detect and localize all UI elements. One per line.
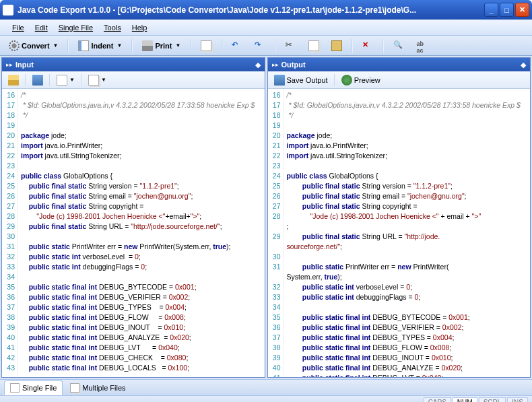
status-ins: INS (507, 397, 528, 402)
status-caps: CAPS (424, 397, 451, 402)
tab-multiple-files[interactable]: Multiple Files (64, 380, 131, 395)
indent-label: Indent (91, 42, 113, 50)
window-controls: _ □ ✕ (484, 3, 529, 17)
menu-tools[interactable]: Tools (98, 22, 127, 33)
indent-button[interactable]: Indent ▼ (73, 38, 127, 54)
convert-button[interactable]: Convert ▼ (4, 38, 63, 54)
output-panel-title: Output (281, 61, 521, 69)
save-icon (274, 75, 285, 86)
toolbar-separator (131, 39, 133, 53)
status-scrl: SCRL (479, 397, 506, 402)
dropdown-arrow-icon: ▼ (69, 77, 75, 83)
tab-multiple-label: Multiple Files (82, 384, 125, 392)
options-button[interactable]: ▼ (85, 73, 110, 88)
toolbar-separator (190, 39, 191, 53)
panel-separator (334, 74, 335, 86)
undo-button[interactable]: ↶ (227, 38, 247, 54)
replace-button[interactable]: abac (411, 38, 432, 54)
paste-icon (331, 40, 342, 51)
menu-edit[interactable]: Edit (30, 22, 53, 33)
output-panel: ▸▸ Output ◆ Save Output Preview 16 17 18… (267, 57, 531, 378)
bottom-tabs: Single File Multiple Files (0, 379, 532, 395)
panel-separator (81, 74, 82, 86)
status-num: NUM (453, 397, 477, 402)
output-editor[interactable]: 16 17 18 19 20 21 22 23 24 25 26 27 28 2… (268, 89, 531, 377)
cut-button[interactable]: ✂ (281, 38, 301, 54)
output-panel-toolbar: Save Output Preview (268, 71, 531, 89)
menu-file[interactable]: File (7, 22, 30, 33)
collapse-arrow-icon[interactable]: ▸▸ (6, 61, 13, 68)
main-area: ▸▸ Input ◆ ▼ ▼ 16 17 18 19 20 21 22 23 2… (0, 56, 532, 379)
pin-icon[interactable]: ◆ (521, 61, 526, 69)
print-label: Print (155, 42, 172, 50)
toolbar-separator (352, 39, 353, 53)
replace-icon: abac (416, 40, 427, 51)
input-editor[interactable]: 16 17 18 19 20 21 22 23 24 25 26 27 28 2… (2, 89, 265, 377)
preview-button[interactable]: Preview (338, 73, 384, 88)
statusbar: CAPS NUM SCRL INS (0, 395, 532, 402)
redo-button[interactable]: ↷ (250, 38, 270, 54)
input-panel-title: Input (15, 61, 255, 69)
panel-separator (25, 74, 26, 86)
toolbar-separator (383, 39, 384, 53)
input-panel-header: ▸▸ Input ◆ (2, 58, 265, 71)
toolbar-separator (221, 39, 222, 53)
collapse-arrow-icon[interactable]: ▸▸ (272, 61, 279, 68)
preview-label: Preview (354, 76, 380, 84)
save-output-label: Save Output (287, 76, 328, 84)
undo-icon: ↶ (232, 40, 242, 51)
delete-button[interactable]: ✕ (358, 38, 378, 54)
output-gutter: 16 17 18 19 20 21 22 23 24 25 26 27 28 2… (268, 89, 284, 377)
save-icon (32, 75, 43, 86)
menubar: File Edit Single File Tools Help (0, 20, 532, 36)
input-code[interactable]: /* * $Id: GlobalOptions.java.in,v 4.3.2.… (18, 89, 265, 377)
copy-icon (201, 40, 211, 51)
minimize-button[interactable]: _ (484, 3, 498, 17)
output-code[interactable]: /* * $Id: GlobalOptions.java.in,v 4.3.2.… (284, 89, 531, 377)
indent-icon (78, 40, 89, 51)
save-output-button[interactable]: Save Output (271, 73, 331, 88)
open-button[interactable] (5, 73, 22, 88)
print-icon (142, 40, 153, 51)
delete-icon: ✕ (362, 40, 373, 51)
find-button[interactable]: 🔍 (389, 38, 409, 54)
main-toolbar: Convert ▼ Indent ▼ Print ▼ ↶ ↷ ✂ ✕ 🔍 aba… (0, 36, 532, 56)
dropdown-arrow-icon: ▼ (117, 42, 122, 48)
copy-icon (308, 40, 319, 51)
save-button[interactable] (29, 73, 46, 88)
input-gutter: 16 17 18 19 20 21 22 23 24 25 26 27 28 2… (2, 89, 18, 377)
cut-icon: ✂ (286, 40, 296, 51)
dropdown-arrow-icon: ▼ (53, 42, 59, 48)
window-title: Java Code Export v1.0.0 - [G:\Projects\C… (18, 5, 484, 15)
tab-single-file[interactable]: Single File (4, 380, 63, 395)
paste-button[interactable] (327, 38, 347, 54)
titlebar: Java Code Export v1.0.0 - [G:\Projects\C… (0, 0, 532, 20)
tab-single-label: Single File (22, 384, 57, 392)
new-icon (57, 75, 67, 86)
menu-help[interactable]: Help (127, 22, 153, 33)
panel-separator (49, 74, 51, 86)
open-icon (8, 75, 19, 86)
gear-icon (9, 40, 20, 51)
toolbar-separator (275, 39, 276, 53)
input-panel: ▸▸ Input ◆ ▼ ▼ 16 17 18 19 20 21 22 23 2… (1, 57, 265, 378)
pin-icon[interactable]: ◆ (255, 61, 261, 69)
dropdown-arrow-icon: ▼ (101, 77, 106, 83)
copy2-button[interactable] (304, 38, 324, 54)
input-panel-toolbar: ▼ ▼ (2, 71, 265, 89)
options-icon (88, 75, 99, 86)
files-icon (70, 383, 79, 393)
menu-single-file[interactable]: Single File (53, 22, 98, 33)
new-button[interactable]: ▼ (53, 73, 78, 88)
maximize-button[interactable]: □ (500, 3, 514, 17)
redo-icon: ↷ (255, 40, 265, 51)
convert-label: Convert (22, 42, 50, 50)
copy-button[interactable] (196, 38, 216, 54)
app-icon (3, 5, 13, 15)
close-button[interactable]: ✕ (515, 3, 529, 17)
file-icon (10, 383, 20, 393)
find-icon: 🔍 (393, 40, 404, 51)
preview-icon (341, 75, 352, 86)
print-button[interactable]: Print ▼ (137, 38, 185, 54)
output-panel-header: ▸▸ Output ◆ (268, 58, 531, 71)
